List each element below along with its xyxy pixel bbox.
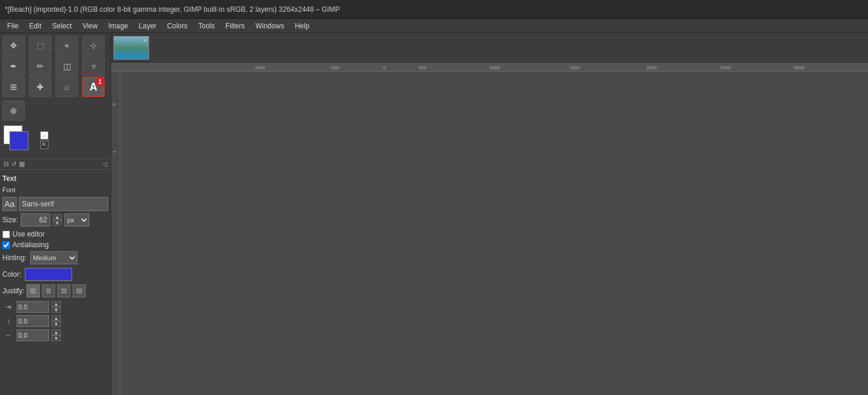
use-editor-row: Use editor [2, 230, 108, 238]
thumbnail-strip: ✕ [111, 33, 868, 63]
channels-icon[interactable]: ▦ [19, 160, 25, 168]
svg-text:1000: 1000 [490, 65, 500, 70]
svg-text:1: 1 [112, 150, 117, 153]
letter-spacing-icon: ↔ [2, 331, 14, 339]
justify-right-btn[interactable] [57, 284, 70, 297]
svg-text:2500: 2500 [720, 65, 731, 70]
zoom-plus-tool[interactable]: ⊕ [2, 101, 25, 121]
measure-tool[interactable]: ✚ [29, 77, 51, 97]
justify-fill-btn[interactable] [73, 284, 86, 297]
indent-spacing-row: ⇥ ▲ ▼ [2, 301, 108, 313]
antialiasing-checkbox[interactable] [2, 241, 10, 249]
indent-down-btn[interactable]: ▼ [51, 307, 61, 313]
history-icon[interactable]: ↺ [11, 160, 17, 168]
foreground-color-swatch[interactable] [9, 131, 28, 150]
title-bar: *[Beach] (imported)-1.0 (RGB color 8-bit… [0, 0, 868, 19]
font-name-selector[interactable]: Sans-serif [19, 197, 108, 211]
size-row: Size: ▲ ▼ px pt [2, 213, 108, 226]
menu-colors[interactable]: Colors [163, 21, 193, 31]
svg-text:500: 500 [419, 65, 427, 70]
size-unit-select[interactable]: px pt [64, 213, 89, 226]
menu-help[interactable]: Help [290, 21, 315, 31]
size-input[interactable] [21, 213, 50, 226]
layers-icon[interactable]: ⊟ [4, 160, 9, 168]
font-selector-row: Aa Sans-serif [2, 197, 108, 211]
step1-badge: 1 [95, 77, 105, 86]
letter-spacing-input[interactable] [17, 329, 49, 341]
left-toolbar: ✥ ⬚ ⌖ ⊹ ✒ ✏ ◫ ▿ ⊞ ✚ ⌕ A 1 ⊕ [0, 33, 111, 395]
text-color-swatch[interactable] [25, 268, 72, 281]
color-area: ⇄ ⇱ [0, 122, 111, 158]
justify-left-btn[interactable] [27, 284, 40, 297]
hinting-label: Hinting: [2, 254, 27, 262]
swap-colors-btn[interactable]: ⇄ [40, 131, 48, 140]
thumbnail-close-btn[interactable]: ✕ [142, 37, 147, 44]
line-spacing-icon: ↕ [2, 317, 14, 325]
text-tool[interactable]: A 1 [82, 77, 105, 97]
fill-tool[interactable]: ▿ [82, 56, 105, 76]
letter-spacing-down-btn[interactable]: ▼ [51, 335, 61, 341]
svg-text:-1000: -1000 [253, 65, 265, 70]
main-layout: ✥ ⬚ ⌖ ⊹ ✒ ✏ ◫ ▿ ⊞ ✚ ⌕ A 1 ⊕ [0, 33, 868, 395]
free-select-tool[interactable]: ⌖ [56, 35, 78, 56]
antialiasing-label: Antialiasing [12, 241, 48, 249]
svg-text:5: 5 [112, 103, 117, 106]
ruler-horizontal: -1000 -500 0 500 1000 1500 2000 2500 300… [111, 63, 868, 72]
size-label: Size: [2, 216, 18, 224]
color-label: Color: [2, 270, 21, 279]
justify-label: Justify: [2, 287, 24, 295]
letter-spacing-row: ↔ ▲ ▼ [2, 329, 108, 341]
menu-bar: File Edit Select View Image Layer Colors… [0, 19, 868, 33]
svg-text:-500: -500 [330, 65, 340, 70]
rect-select-tool[interactable]: ⬚ [29, 35, 51, 56]
line-spacing-row: ↕ ▲ ▼ [2, 315, 108, 327]
paths-tool[interactable]: ✒ [2, 56, 25, 76]
color-swatches [4, 125, 33, 155]
font-label: Font [2, 184, 15, 195]
fuzzy-select-tool[interactable]: ⊹ [82, 35, 105, 56]
size-up-btn[interactable]: ▲ [53, 214, 62, 220]
menu-layer[interactable]: Layer [134, 21, 161, 31]
menu-windows[interactable]: Windows [251, 21, 289, 31]
use-editor-checkbox[interactable] [2, 231, 10, 238]
indent-input[interactable] [17, 301, 49, 313]
hinting-select[interactable]: Medium None Slight Full [30, 251, 77, 264]
indent-icon: ⇥ [2, 303, 14, 311]
collapse-panel-icon[interactable]: ◁ [102, 160, 107, 168]
menu-tools[interactable]: Tools [193, 21, 219, 31]
image-thumbnail[interactable]: ✕ [114, 36, 149, 60]
font-preview: Aa [2, 197, 17, 211]
title-text: *[Beach] (imported)-1.0 (RGB color 8-bit… [5, 5, 340, 14]
line-spacing-down-btn[interactable]: ▼ [51, 321, 61, 327]
color-option-row: Color: [2, 268, 108, 281]
menu-view[interactable]: View [77, 21, 102, 31]
tool-options-panel: Text Font Aa Sans-serif Size: ▲ ▼ [0, 170, 111, 395]
tool-icons-grid: ✥ ⬚ ⌖ ⊹ ✒ ✏ ◫ ▿ ⊞ ✚ ⌕ A 1 [0, 33, 111, 99]
svg-text:2000: 2000 [646, 65, 657, 70]
letter-spacing-up-btn[interactable]: ▲ [51, 329, 61, 335]
font-row: Font [2, 184, 108, 195]
move-tool[interactable]: ✥ [2, 35, 25, 56]
reset-colors-btn[interactable]: ⇱ [40, 141, 48, 149]
pencil-tool[interactable]: ✏ [29, 56, 51, 76]
menu-image[interactable]: Image [103, 21, 132, 31]
svg-text:0: 0 [383, 65, 386, 70]
size-down-btn[interactable]: ▼ [53, 220, 62, 226]
menu-edit[interactable]: Edit [24, 21, 46, 31]
antialiasing-row: Antialiasing [2, 241, 108, 249]
tool-options-title: Text [2, 172, 108, 184]
menu-select[interactable]: Select [47, 21, 76, 31]
svg-text:3000: 3000 [794, 65, 805, 70]
hinting-row: Hinting: Medium None Slight Full [2, 251, 108, 264]
line-spacing-up-btn[interactable]: ▲ [51, 315, 61, 321]
line-spacing-input[interactable] [17, 315, 49, 327]
eraser-tool[interactable]: ◫ [56, 56, 78, 76]
svg-text:1500: 1500 [569, 65, 580, 70]
menu-filters[interactable]: Filters [221, 21, 250, 31]
justify-center-btn[interactable] [42, 284, 55, 297]
indent-up-btn[interactable]: ▲ [51, 301, 61, 307]
menu-file[interactable]: File [2, 21, 23, 31]
canvas-area: ✕ -1000 -500 0 500 1000 1500 2000 2500 3… [111, 33, 868, 395]
align-tool[interactable]: ⊞ [2, 77, 25, 97]
zoom-tool[interactable]: ⌕ [56, 77, 78, 97]
